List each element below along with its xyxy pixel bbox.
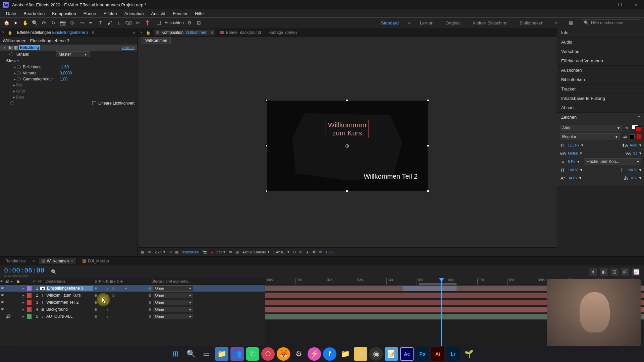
tl-tab-renderliste[interactable]: Renderliste xyxy=(3,258,29,264)
workspace-bibliotheken[interactable]: Bibliotheken xyxy=(517,19,546,27)
pickwhip-icon[interactable]: ⊚ xyxy=(147,293,153,298)
panel-audio[interactable]: Audio xyxy=(557,38,644,47)
visibility-icon[interactable]: 👁 xyxy=(0,300,5,305)
facebook-icon[interactable]: f xyxy=(323,347,336,361)
menu-datei[interactable]: Datei xyxy=(3,10,19,17)
shape-tool[interactable]: ▭ xyxy=(78,19,85,26)
firefox-icon[interactable]: 🦊 xyxy=(277,347,290,361)
layer-row-3[interactable]: 👁 ▸ 3 T Willkommen Teil 2 ⊕/ ⊚ Ohne▾ xyxy=(0,299,265,306)
workspace-lernen[interactable]: Lernen xyxy=(417,19,436,27)
zoom-dropdown[interactable]: 25% ▾ xyxy=(155,250,165,254)
roto-tool[interactable]: ✂ xyxy=(134,19,142,26)
pickwhip-icon[interactable]: ⊚ xyxy=(147,307,153,312)
puppet-tool[interactable]: 📍 xyxy=(144,19,151,26)
versatz-value[interactable]: 0,0000 xyxy=(60,71,72,75)
effect-reset-link[interactable]: Zurück xyxy=(122,45,135,50)
leading-value[interactable]: Auto xyxy=(630,143,637,147)
menu-animation[interactable]: Animation xyxy=(121,10,147,17)
font-size-value[interactable]: 111 Px xyxy=(568,143,579,147)
menu-komposition[interactable]: Komposition xyxy=(49,10,79,17)
workspace-standard[interactable]: Standard xyxy=(378,19,401,27)
effect-header-belichtung[interactable]: ▾ fx ▦ Belichtung Zurück xyxy=(0,45,137,51)
home-tool[interactable]: 🏠 xyxy=(3,19,10,26)
panel-vorschau[interactable]: Vorschau xyxy=(557,47,644,56)
tl-tool-3[interactable]: ⊡ xyxy=(610,268,619,276)
stroke-color-icon[interactable] xyxy=(637,134,641,139)
maximize-button[interactable]: ☐ xyxy=(617,2,623,7)
belichtung-value[interactable]: -1,69 xyxy=(60,65,69,69)
pickwhip-icon[interactable]: ⊚ xyxy=(147,314,153,319)
pan-behind-tool[interactable]: ⊕ xyxy=(68,19,76,26)
tl-tool-1[interactable]: ↯ xyxy=(589,268,597,276)
app-icon-1[interactable]: ⚙ xyxy=(292,347,306,361)
ps-icon[interactable]: Ps xyxy=(416,347,429,361)
timeline-timecode[interactable]: 0:00:06:00 xyxy=(4,266,44,274)
search-icon[interactable]: 🔍 xyxy=(184,347,198,361)
taskview-icon[interactable]: ▭ xyxy=(200,347,213,361)
snap-grid-icon[interactable]: ⊞ xyxy=(195,19,203,26)
stopwatch-icon[interactable] xyxy=(9,52,13,56)
snap-toggle[interactable]: Ausrichten xyxy=(157,20,184,25)
panel-info[interactable]: Info xyxy=(557,28,644,38)
vf-icon-4[interactable]: ✿ xyxy=(313,250,316,254)
text-tool[interactable]: T xyxy=(97,19,104,26)
vf-icon-2[interactable]: ⊞ xyxy=(299,250,302,254)
camera-dropdown[interactable]: Aktive Kamera ▾ xyxy=(242,250,270,254)
pickwhip-icon[interactable]: ⊚ xyxy=(147,286,153,291)
messenger-icon[interactable]: ⚡ xyxy=(308,347,321,361)
viewer-tab-ebene[interactable]: Ebene Background xyxy=(218,29,263,36)
font-style-dropdown[interactable]: Regular▾ xyxy=(560,133,620,140)
start-icon[interactable]: ⊞ xyxy=(169,347,182,361)
panel-effekte[interactable]: Effekte und Vorgaben xyxy=(557,56,644,66)
prop-master-group[interactable]: ▾ Master xyxy=(0,58,137,64)
layer-color-label[interactable] xyxy=(27,293,32,298)
transparency-icon[interactable]: ▦ xyxy=(235,250,239,254)
rgb-icon[interactable]: ▭ xyxy=(229,250,232,254)
effect-controls-tab[interactable]: Effekteinstellungen Einstellungsebene 3 … xyxy=(16,29,95,36)
app-icon-3[interactable]: 🌱 xyxy=(462,347,475,361)
tl-tab-willkommen[interactable]: Willkommen≡ xyxy=(39,258,76,264)
search-icon[interactable]: 🔍 xyxy=(51,269,57,275)
layer-color-label[interactable] xyxy=(27,286,32,291)
camera-tool[interactable]: 📷 xyxy=(59,19,66,26)
workspace-panel-icon[interactable]: ▦ xyxy=(567,19,574,26)
tracking-value[interactable]: 91 xyxy=(633,151,637,155)
snap-options-icon[interactable]: ⚙ xyxy=(186,19,193,26)
whatsapp-icon[interactable]: ✆ xyxy=(246,347,259,361)
stopwatch-icon[interactable] xyxy=(17,65,21,69)
channels-icon[interactable]: ● xyxy=(211,250,213,254)
canvas-text-2[interactable]: Willkommen Teil 2 xyxy=(364,173,418,180)
teams-icon[interactable]: 👥 xyxy=(230,347,244,361)
explorer-icon[interactable]: 📁 xyxy=(215,347,228,361)
parent-dropdown[interactable]: Ohne▾ xyxy=(153,307,193,312)
visibility-icon[interactable]: 👁 xyxy=(0,307,5,312)
menu-fenster[interactable]: Fenster xyxy=(169,10,191,17)
workspace-kleiner[interactable]: Kleiner Bildschirm xyxy=(470,19,510,27)
panel-absatz[interactable]: Absatz xyxy=(557,103,644,113)
lr-icon[interactable]: Lr xyxy=(446,347,460,361)
tl-tool-graph[interactable]: 📈 xyxy=(632,268,640,276)
views-dropdown[interactable]: 1 Ansi... ▾ xyxy=(273,250,289,254)
parent-dropdown[interactable]: Ohne▾ xyxy=(153,300,193,305)
menu-effekte[interactable]: Effekte xyxy=(100,10,120,17)
minimize-button[interactable]: — xyxy=(601,2,606,7)
breadcrumb[interactable]: Willkommen xyxy=(138,37,557,44)
tsume-value[interactable]: 0 % xyxy=(631,176,637,180)
layer-row-1[interactable]: 👁 ▸ 1 ■ Einstellungsebene 3 ⊕/fx● ⊚ Ohne… xyxy=(0,285,265,292)
panel-fuellung[interactable]: Inhaltsbasierte Füllung xyxy=(557,94,644,103)
clone-tool[interactable]: ⎌ xyxy=(115,19,123,26)
menu-ebene[interactable]: Ebene xyxy=(80,10,100,17)
viewport[interactable]: Willkommen zum Kurs Willkommen Teil 2 ⊕ xyxy=(138,44,557,247)
brush-tool[interactable]: 🖌 xyxy=(106,19,113,26)
selection-tool[interactable]: ➤ xyxy=(12,19,19,26)
parent-dropdown[interactable]: Ohne▾ xyxy=(153,293,193,298)
parent-dropdown[interactable]: Ohne▾ xyxy=(153,314,193,319)
stopwatch-icon[interactable] xyxy=(10,101,14,105)
layer-color-label[interactable] xyxy=(27,300,32,305)
visibility-icon[interactable]: 👁 xyxy=(0,286,5,291)
snapshot-icon[interactable]: 📷 xyxy=(203,250,207,254)
composition-canvas[interactable]: Willkommen zum Kurs Willkommen Teil 2 ⊕ xyxy=(267,101,428,191)
layer-row-2[interactable]: 👁 ▸ 2 T Willkom...zum Kurs ⊕/fx ⊚ Ohne▾ xyxy=(0,292,265,299)
panel-bibliotheken[interactable]: Bibliotheken xyxy=(557,75,644,84)
close-button[interactable]: ✕ xyxy=(633,2,639,7)
